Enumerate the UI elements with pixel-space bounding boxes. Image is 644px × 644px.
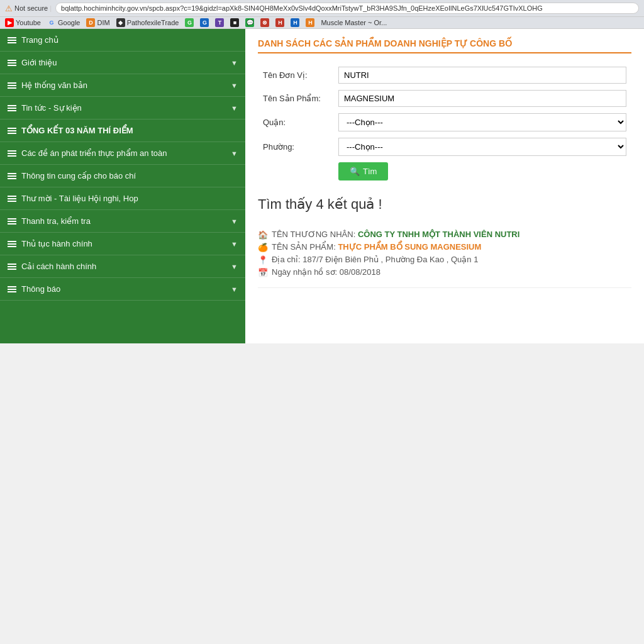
url-bar[interactable]: bqlattp.hochiminhcity.gov.vn/spcb.aspx?c… <box>55 3 639 14</box>
twitch-icon: T <box>215 18 224 27</box>
result-product-line: 🍊 Tên sản phẩm: THỰC PHẨM BỔ SUNG MAGNES… <box>258 242 631 252</box>
chevron-down-icon-4: ▼ <box>231 150 238 157</box>
sidebar-item-tong-ket[interactable]: TỔNG KẾT 03 NĂM THÍ ĐIỂM <box>0 119 245 142</box>
sidebar-item-thong-bao[interactable]: Thông báo ▼ <box>0 278 245 301</box>
result-company-line: 🏠 TÊN THƯƠNG NHÂN: CÔNG TY TNHH MỘT THÀN… <box>258 230 631 240</box>
bookmark-google[interactable]: G Google <box>47 18 80 27</box>
bookmark-g2[interactable]: G <box>200 18 209 27</box>
search-button[interactable]: 🔍 Tìm <box>338 162 388 180</box>
pathofexile-icon: ◆ <box>116 18 125 27</box>
bookmark-no[interactable]: ⊗ <box>260 18 269 27</box>
browser-address-bar: ⚠ Not secure | bqlattp.hochiminhcity.gov… <box>0 0 644 17</box>
menu-icon-9 <box>8 218 16 225</box>
chevron-down-icon-8: ▼ <box>231 286 238 293</box>
calendar-icon: 📅 <box>258 268 268 277</box>
menu-icon-2 <box>8 60 16 66</box>
g2-icon: G <box>200 18 209 27</box>
product-icon: 🍊 <box>258 243 268 252</box>
black-icon: ■ <box>230 18 239 27</box>
chevron-down-icon-2: ▼ <box>231 82 238 89</box>
sidebar-item-cai-cach[interactable]: Cải cách hành chính ▼ <box>0 255 245 278</box>
chevron-down-icon-5: ▼ <box>231 218 238 225</box>
chevron-down-icon-7: ▼ <box>231 263 238 270</box>
menu-icon-4 <box>8 105 16 111</box>
sidebar-item-he-thong-van-ban[interactable]: Hệ thống văn bản ▼ <box>0 74 245 97</box>
phuong-select[interactable]: ---Chọn--- <box>338 138 626 156</box>
result-card-1: 🏠 TÊN THƯƠNG NHÂN: CÔNG TY TNHH MỘT THÀN… <box>258 222 631 288</box>
g1-icon: G <box>185 18 194 27</box>
sidebar-item-trang-chu[interactable]: Trang chủ <box>0 29 245 52</box>
bookmark-youtube[interactable]: ▶ Youtube <box>5 18 41 27</box>
h-red-icon: H <box>275 18 284 27</box>
form-row-quan: Quận: ---Chọn--- <box>258 110 631 135</box>
bookmark-g1[interactable]: G <box>185 18 194 27</box>
sidebar-item-thanh-tra[interactable]: Thanh tra, kiểm tra ▼ <box>0 210 245 233</box>
date-text: Ngày nhận hồ sơ: 08/08/2018 <box>272 267 380 277</box>
h-orange-icon: H <box>306 18 314 27</box>
form-row-don-vi: Tên Đơn Vị: <box>258 64 631 87</box>
chevron-down-icon: ▼ <box>231 59 238 67</box>
no-icon: ⊗ <box>260 18 269 27</box>
result-date-line: 📅 Ngày nhận hồ sơ: 08/08/2018 <box>258 267 631 277</box>
sidebar-item-thong-tin-bao-chi[interactable]: Thông tin cung cấp cho báo chí <box>0 165 245 187</box>
search-form: Tên Đơn Vị: Tên Sản Phẩm: Quận: ---Chọn-… <box>258 64 631 184</box>
main-wrapper: Trang chủ Giới thiệu ▼ Hệ thống văn bản … <box>0 29 644 343</box>
result-address-line: 📍 Địa chỉ: 187/7 Điện Biên Phủ , Phường … <box>258 255 631 265</box>
address-text: Địa chỉ: 187/7 Điện Biên Phủ , Phường Đa… <box>272 255 478 264</box>
sidebar-item-tin-tuc[interactable]: Tin tức - Sự kiện ▼ <box>0 97 245 119</box>
bookmark-h-red[interactable]: H <box>275 18 284 27</box>
bookmark-muscle-master[interactable]: Muscle Master ~ Or... <box>321 19 387 26</box>
menu-icon-8 <box>8 196 16 202</box>
bookmark-h-blue[interactable]: H <box>291 18 299 27</box>
menu-icon-6 <box>8 150 16 157</box>
bookmark-twitch[interactable]: T <box>215 18 224 27</box>
menu-icon-11 <box>8 264 16 270</box>
not-secure-indicator: ⚠ Not secure | <box>5 4 52 13</box>
chat-icon: 💬 <box>245 18 254 27</box>
bookmark-chat[interactable]: 💬 <box>245 18 254 27</box>
menu-icon-12 <box>8 286 16 292</box>
menu-icon-7 <box>8 173 16 179</box>
dim-icon: D <box>86 18 95 27</box>
phuong-label: Phường: <box>258 135 333 159</box>
form-row-phuong: Phường: ---Chọn--- <box>258 135 631 159</box>
form-row-button: 🔍 Tìm <box>258 159 631 184</box>
bookmark-h-orange[interactable]: H <box>306 18 314 27</box>
bookmark-black[interactable]: ■ <box>230 18 239 27</box>
quan-select[interactable]: ---Chọn--- <box>338 113 626 131</box>
menu-icon-3 <box>8 82 16 89</box>
bookmarks-bar: ▶ Youtube G Google D DIM ◆ PathofexileTr… <box>0 17 644 29</box>
san-pham-input[interactable] <box>338 90 626 107</box>
quan-label: Quận: <box>258 110 333 135</box>
sidebar: Trang chủ Giới thiệu ▼ Hệ thống văn bản … <box>0 29 245 343</box>
location-icon: 📍 <box>258 255 268 265</box>
menu-icon <box>8 37 16 43</box>
form-row-san-pham: Tên Sản Phẩm: <box>258 87 631 110</box>
company-name: TÊN THƯƠNG NHÂN: CÔNG TY TNHH MỘT THÀNH … <box>272 230 519 239</box>
menu-icon-10 <box>8 241 16 247</box>
san-pham-label: Tên Sản Phẩm: <box>258 87 333 110</box>
home-icon: 🏠 <box>258 230 268 240</box>
content-area: DANH SÁCH CÁC SẢN PHẨM DOANH NGHIỆP TỰ C… <box>245 29 644 343</box>
result-count: Tìm thấy 4 kết quả ! <box>258 196 631 213</box>
sidebar-item-thu-tuc[interactable]: Thủ tục hành chính ▼ <box>0 233 245 255</box>
youtube-icon: ▶ <box>5 18 14 27</box>
bookmark-dim[interactable]: D DIM <box>86 18 109 27</box>
don-vi-input[interactable] <box>338 67 626 84</box>
sidebar-item-gioi-thieu[interactable]: Giới thiệu ▼ <box>0 52 245 74</box>
google-icon: G <box>47 18 56 27</box>
menu-icon-5 <box>8 128 16 134</box>
search-icon: 🔍 <box>350 167 360 176</box>
product-name: Tên sản phẩm: THỰC PHẨM BỔ SUNG MAGNESIU… <box>272 242 481 252</box>
chevron-down-icon-6: ▼ <box>231 240 238 248</box>
don-vi-label: Tên Đơn Vị: <box>258 64 333 87</box>
sidebar-item-thu-moi[interactable]: Thư mời - Tài liệu Hội nghi, Hop <box>0 187 245 210</box>
chevron-down-icon-3: ▼ <box>231 104 238 112</box>
bookmark-pathofexile[interactable]: ◆ PathofexileTrade <box>116 18 179 27</box>
h-blue-icon: H <box>291 18 299 27</box>
page-title: DANH SÁCH CÁC SẢN PHẨM DOANH NGHIỆP TỰ C… <box>258 38 631 53</box>
sidebar-item-de-an[interactable]: Các đề án phát triển thực phẩm an toàn ▼ <box>0 142 245 165</box>
